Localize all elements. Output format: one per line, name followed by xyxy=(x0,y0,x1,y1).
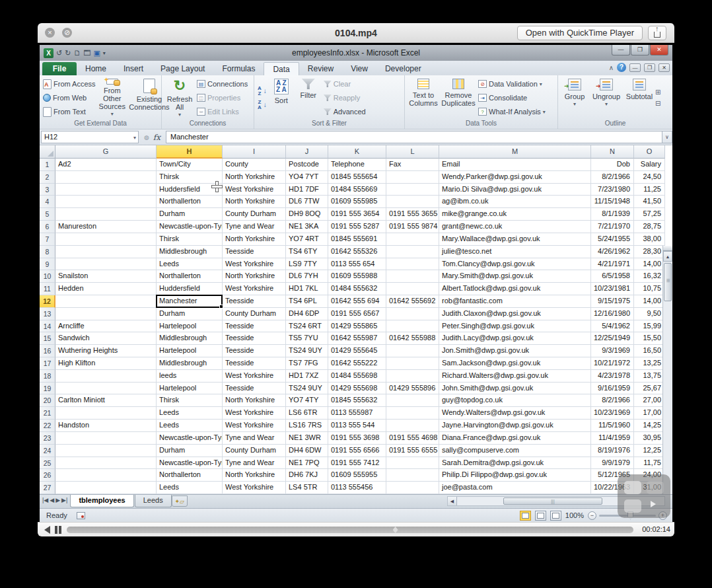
cell-G7[interactable] xyxy=(55,233,157,246)
cell-I7[interactable]: North Yorkshire xyxy=(223,233,286,246)
cell-M1[interactable]: Email xyxy=(439,159,591,171)
print-preview-icon[interactable]: 🗔 xyxy=(83,49,90,57)
restore-button[interactable]: ❐ xyxy=(631,45,649,55)
cell-J13[interactable]: DH4 6DP xyxy=(286,308,328,320)
row-header-7[interactable]: 7 xyxy=(40,233,55,246)
cell-M16[interactable]: Jon.Smith@dwp.gsi.gov.uk xyxy=(439,345,591,357)
block-icon[interactable]: ⊘ xyxy=(62,28,72,38)
cell-L27[interactable] xyxy=(386,482,439,494)
cell-L23[interactable]: 0191 555 4698 xyxy=(386,432,439,445)
cell-L16[interactable] xyxy=(386,345,439,357)
row-header-13[interactable]: 13 xyxy=(40,308,55,320)
cell-O21[interactable]: 17,00 xyxy=(634,407,665,420)
cell-M17[interactable]: Sam.Jackson@dwp.gsi.gov.uk xyxy=(439,357,591,370)
cell-K14[interactable]: 01429 555865 xyxy=(328,320,386,333)
cell-I4[interactable]: North Yorkshire xyxy=(223,196,286,208)
cell-G4[interactable] xyxy=(55,196,157,208)
cell-J19[interactable]: TS24 9UY xyxy=(286,383,328,395)
cell-I20[interactable]: North Yorkshire xyxy=(223,394,286,407)
row-header-27[interactable]: 27 xyxy=(40,482,55,494)
cell-O23[interactable]: 30,95 xyxy=(634,432,665,445)
cell-O20[interactable]: 27,00 xyxy=(634,394,665,407)
cell-K27[interactable]: 0113 555456 xyxy=(328,482,386,494)
pause-icon[interactable] xyxy=(55,526,61,534)
row-header-25[interactable]: 25 xyxy=(40,457,55,470)
cell-K4[interactable]: 01609 555985 xyxy=(328,196,386,208)
cell-M12[interactable]: rob@fantastic.com xyxy=(439,295,591,308)
cell-J15[interactable]: TS5 7YU xyxy=(286,332,328,345)
cell-N4[interactable]: 11/15/1948 xyxy=(591,196,634,208)
cell-N24[interactable]: 8/19/1976 xyxy=(591,445,634,457)
cell-G21[interactable] xyxy=(55,407,157,420)
cell-J22[interactable]: LS16 7RS xyxy=(286,420,328,432)
cell-J2[interactable]: YO4 7YT xyxy=(286,171,328,184)
column-header-o[interactable]: O xyxy=(634,145,665,159)
cell-N13[interactable]: 12/16/1980 xyxy=(591,308,634,320)
cell-K6[interactable]: 0191 555 5287 xyxy=(328,221,386,233)
cell-H13[interactable]: Durham xyxy=(157,308,223,320)
row-header-26[interactable]: 26 xyxy=(40,469,55,482)
cell-L11[interactable] xyxy=(386,283,439,295)
cell-M7[interactable]: Mary.Wallace@dwp.gsi.gov.uk xyxy=(439,233,591,246)
redo-icon[interactable]: ↻ xyxy=(65,49,71,57)
cell-G27[interactable] xyxy=(55,482,157,494)
cell-L10[interactable] xyxy=(386,270,439,283)
filter-button[interactable]: Filter xyxy=(295,77,322,118)
cell-J18[interactable]: HD1 7XZ xyxy=(286,370,328,383)
cell-G2[interactable] xyxy=(55,171,157,184)
excel-logo-icon[interactable]: X xyxy=(44,48,53,58)
sort-button[interactable]: A ZZ A Sort xyxy=(268,77,295,118)
cell-K16[interactable]: 01429 555645 xyxy=(328,345,386,357)
hide-detail-icon[interactable]: ⊟ xyxy=(655,100,660,107)
cell-L5[interactable]: 0191 555 3655 xyxy=(386,208,439,221)
cell-O18[interactable]: 13,75 xyxy=(634,370,665,383)
cell-K12[interactable]: 01642 555 694 xyxy=(328,295,386,308)
tab-page-layout[interactable]: Page Layout xyxy=(152,62,213,75)
cell-L4[interactable] xyxy=(386,196,439,208)
cell-J9[interactable]: LS9 7TY xyxy=(286,258,328,271)
tab-review[interactable]: Review xyxy=(299,62,342,75)
cell-H10[interactable]: Northallerton xyxy=(157,270,223,283)
cell-L1[interactable]: Fax xyxy=(386,159,439,171)
cell-G18[interactable] xyxy=(55,370,157,383)
cell-J4[interactable]: DL6 7TW xyxy=(286,196,328,208)
qat-dropdown-icon[interactable]: ▾ xyxy=(103,50,106,56)
cell-K19[interactable]: 01429 555698 xyxy=(328,383,386,395)
cell-G22[interactable]: Handston xyxy=(55,420,157,432)
cell-O25[interactable]: 11,75 xyxy=(634,457,665,470)
cell-O15[interactable]: 15,50 xyxy=(634,332,665,345)
cell-J3[interactable]: HD1 7DF xyxy=(286,184,328,196)
cell-L8[interactable] xyxy=(386,246,439,258)
cell-O13[interactable]: 9,50 xyxy=(634,308,665,320)
cell-I21[interactable]: West Yorkshire xyxy=(223,407,286,420)
cell-H27[interactable]: Leeds xyxy=(157,482,223,494)
sheet-tab-leeds[interactable]: Leeds xyxy=(135,495,172,507)
cell-J6[interactable]: NE1 3KA xyxy=(286,221,328,233)
cell-H1[interactable]: Town/City xyxy=(157,159,223,171)
cell-K24[interactable]: 0191 555 6566 xyxy=(328,445,386,457)
cell-N17[interactable]: 10/21/1972 xyxy=(591,357,634,370)
cell-H4[interactable]: Northallerton xyxy=(157,196,223,208)
cell-J16[interactable]: TS24 9UY xyxy=(286,345,328,357)
normal-view-button[interactable] xyxy=(520,511,531,521)
row-header-18[interactable]: 18 xyxy=(40,370,55,383)
cell-K17[interactable]: 01642 555222 xyxy=(328,357,386,370)
cell-I10[interactable]: North Yorkshire xyxy=(223,270,286,283)
row-header-11[interactable]: 11 xyxy=(40,283,55,295)
cell-L9[interactable] xyxy=(386,258,439,271)
refresh-all-button[interactable]: ↻ Refresh All▾ xyxy=(164,77,196,118)
cell-N9[interactable]: 4/21/1971 xyxy=(591,258,634,271)
cell-J24[interactable]: DH4 6DW xyxy=(286,445,328,457)
new-document-icon[interactable]: 🗋 xyxy=(73,49,81,57)
cell-L18[interactable] xyxy=(386,370,439,383)
cell-N8[interactable]: 4/26/1962 xyxy=(591,246,634,258)
properties-button[interactable]: ◫Properties xyxy=(196,92,249,104)
cell-N7[interactable]: 5/24/1955 xyxy=(591,233,634,246)
cell-K15[interactable]: 01642 555987 xyxy=(328,332,386,345)
cell-N6[interactable]: 7/21/1970 xyxy=(591,221,634,233)
cell-O2[interactable]: 24,50 xyxy=(634,171,665,184)
cell-G15[interactable]: Sandwich xyxy=(55,332,157,345)
cell-I25[interactable]: Tyne and Wear xyxy=(223,457,286,470)
cell-K25[interactable]: 0191 555 7412 xyxy=(328,457,386,470)
column-header-m[interactable]: M xyxy=(439,145,591,159)
